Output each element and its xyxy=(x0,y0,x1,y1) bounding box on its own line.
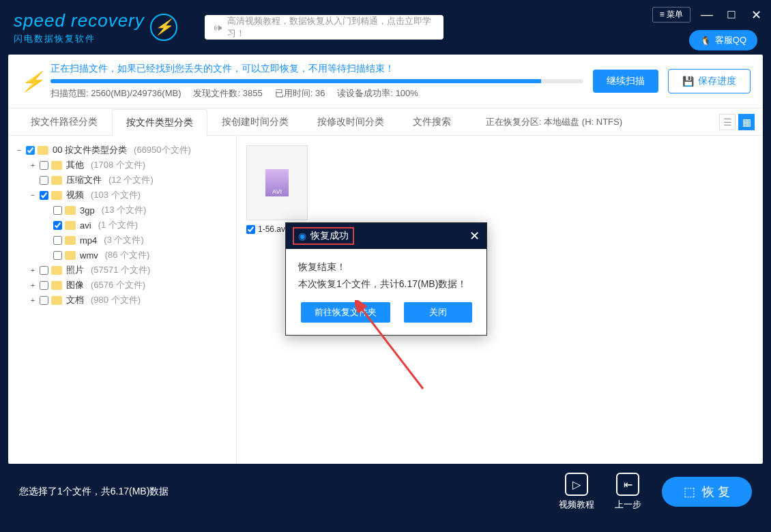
tree-checkbox[interactable] xyxy=(40,266,48,275)
tree-checkbox[interactable] xyxy=(40,191,48,200)
tree-checkbox[interactable] xyxy=(40,176,48,185)
progress-bar xyxy=(50,79,583,83)
bolt-icon: ◉ xyxy=(298,231,306,241)
tree-node[interactable]: wmv(86 个文件) xyxy=(15,248,229,263)
tree-node[interactable]: 压缩文件(12 个文件) xyxy=(15,173,229,188)
scan-icon: ⚡ xyxy=(20,70,41,93)
folder-icon xyxy=(38,146,48,155)
recover-button[interactable]: ⬚ 恢 复 xyxy=(662,477,752,507)
partition-info: 正在恢复分区: 本地磁盘 (H: NTFS) xyxy=(486,116,622,128)
tab-type[interactable]: 按文件类型分类 xyxy=(112,109,207,136)
toggle-icon[interactable]: + xyxy=(29,161,37,169)
bolt-icon: ⚡ xyxy=(150,14,177,41)
minimize-button[interactable]: — xyxy=(699,8,715,22)
tree-checkbox[interactable] xyxy=(40,161,48,170)
tree-checkbox[interactable] xyxy=(40,281,48,290)
tree-checkbox[interactable] xyxy=(40,296,48,305)
logo-subtitle: 闪电数据恢复软件 xyxy=(14,33,145,45)
tutorial-button[interactable]: ▷ 视频教程 xyxy=(559,473,594,511)
tree-checkbox[interactable] xyxy=(53,236,62,245)
qq-support-button[interactable]: 🐧 客服QQ xyxy=(689,30,757,50)
tree-node[interactable]: avi(1 个文件) xyxy=(15,218,229,233)
promo-text: 高清视频教程，数据恢复从入门到精通，点击立即学习！ xyxy=(227,15,435,40)
speaker-icon: 🕪 xyxy=(213,23,222,33)
folder-icon xyxy=(51,296,62,305)
logo: speed recovery 闪电数据恢复软件 ⚡ xyxy=(14,10,177,45)
close-button[interactable]: ✕ xyxy=(748,8,764,23)
footer: 您选择了1个文件，共6.17(MB)数据 ▷ 视频教程 ⇤ 上一步 ⬚ 恢 复 xyxy=(0,464,771,520)
file-item[interactable]: AVI 1-56.avi xyxy=(246,145,315,234)
folder-icon xyxy=(51,266,62,275)
list-view-button[interactable]: ☰ xyxy=(719,114,736,130)
tree-checkbox[interactable] xyxy=(53,206,62,215)
save-progress-button[interactable]: 💾 保存进度 xyxy=(668,69,751,93)
toggle-icon[interactable]: + xyxy=(29,266,37,274)
tree-checkbox[interactable] xyxy=(53,251,62,260)
recover-icon: ⬚ xyxy=(684,484,695,499)
tree-node[interactable]: 3gp(13 个文件) xyxy=(15,203,229,218)
folder-icon xyxy=(51,176,62,185)
collapse-icon[interactable]: − xyxy=(15,146,23,154)
play-icon: ▷ xyxy=(565,473,588,496)
dialog-title: ◉ 恢复成功 xyxy=(293,227,354,245)
folder-icon xyxy=(51,191,62,200)
qq-icon: 🐧 xyxy=(700,35,711,46)
recovery-success-dialog: ◉ 恢复成功 ✕ 恢复结束！ 本次恢复1个文件，共计6.17(MB)数据！ 前往… xyxy=(285,222,487,336)
menu-button[interactable]: ≡ 菜单 xyxy=(652,7,690,23)
tree-root[interactable]: − 00 按文件类型分类 (66950个文件) xyxy=(15,143,229,158)
tab-path[interactable]: 按文件路径分类 xyxy=(16,108,112,135)
tab-created[interactable]: 按创建时间分类 xyxy=(207,108,303,135)
folder-icon xyxy=(51,161,62,170)
folder-icon xyxy=(65,251,76,260)
window-controls: ≡ 菜单 — □ ✕ xyxy=(652,7,764,23)
maximize-button[interactable]: □ xyxy=(723,8,740,22)
save-icon: 💾 xyxy=(682,76,694,87)
dialog-message-2: 本次恢复1个文件，共计6.17(MB)数据！ xyxy=(298,276,474,293)
scan-stats: 扫描范围: 2560(MB)/249736(MB) 发现文件数: 3855 已用… xyxy=(50,87,583,100)
continue-scan-button[interactable]: 继续扫描 xyxy=(593,70,658,93)
selection-status: 您选择了1个文件，共6.17(MB)数据 xyxy=(19,486,169,498)
promo-banner[interactable]: 🕪 高清视频教程，数据恢复从入门到精通，点击立即学习！ xyxy=(205,15,443,40)
tab-bar: 按文件路径分类 按文件类型分类 按创建时间分类 按修改时间分类 文件搜索 正在恢… xyxy=(8,108,763,136)
goto-folder-button[interactable]: 前往恢复文件夹 xyxy=(301,302,390,323)
avi-icon: AVI xyxy=(265,169,289,196)
folder-icon xyxy=(65,236,76,245)
folder-icon xyxy=(65,206,76,215)
toggle-icon[interactable]: + xyxy=(29,281,37,289)
file-name: 1-56.avi xyxy=(258,224,287,234)
back-button[interactable]: ⇤ 上一步 xyxy=(615,473,641,511)
dialog-message-1: 恢复结束！ xyxy=(298,258,474,276)
toggle-icon[interactable]: − xyxy=(29,191,37,199)
dialog-close-btn[interactable]: 关闭 xyxy=(404,302,472,323)
tree-node[interactable]: +图像(6576 个文件) xyxy=(15,278,229,293)
tree-node[interactable]: −视频(103 个文件) xyxy=(15,188,229,203)
file-checkbox[interactable] xyxy=(246,225,255,234)
tree-checkbox[interactable] xyxy=(53,221,62,230)
tree-node[interactable]: +其他(1708 个文件) xyxy=(15,158,229,173)
scan-status-bar: ⚡ 正在扫描文件，如果已经找到您丢失的文件，可以立即恢复，不用等待扫描结束！ 扫… xyxy=(8,55,763,108)
grid-view-button[interactable]: ▦ xyxy=(738,114,755,130)
back-icon: ⇤ xyxy=(616,473,639,496)
toggle-icon[interactable]: + xyxy=(29,296,37,304)
folder-icon xyxy=(65,221,76,230)
tab-search[interactable]: 文件搜索 xyxy=(398,108,465,135)
file-thumbnail: AVI xyxy=(246,145,308,220)
tree-node[interactable]: +文档(980 个文件) xyxy=(15,293,229,308)
folder-icon xyxy=(51,281,62,290)
titlebar: speed recovery 闪电数据恢复软件 ⚡ 🕪 高清视频教程，数据恢复从… xyxy=(0,0,771,55)
scan-message: 正在扫描文件，如果已经找到您丢失的文件，可以立即恢复，不用等待扫描结束！ xyxy=(50,63,583,75)
tab-modified[interactable]: 按修改时间分类 xyxy=(303,108,398,135)
logo-text: speed recovery xyxy=(14,10,145,31)
tree-node[interactable]: mp4(3 个文件) xyxy=(15,233,229,248)
tree-node[interactable]: +照片(57571 个文件) xyxy=(15,263,229,278)
dialog-close-button[interactable]: ✕ xyxy=(469,228,480,243)
category-tree[interactable]: − 00 按文件类型分类 (66950个文件) +其他(1708 个文件)压缩文… xyxy=(8,136,237,464)
tree-checkbox[interactable] xyxy=(26,146,35,155)
